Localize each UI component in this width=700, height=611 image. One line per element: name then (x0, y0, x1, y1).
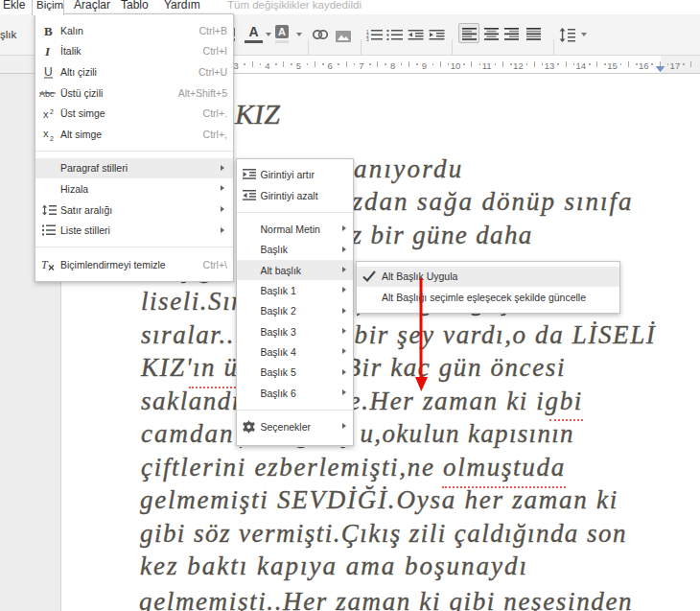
svg-text:T: T (41, 257, 49, 270)
svg-text:x: x (43, 108, 49, 120)
svg-text:U: U (44, 64, 53, 78)
svg-text:B: B (44, 23, 53, 37)
svg-text:I: I (44, 44, 51, 59)
svg-text:2: 2 (50, 134, 54, 141)
svg-text:x: x (43, 127, 49, 138)
svg-text:3: 3 (366, 37, 369, 41)
svg-text:2: 2 (50, 108, 54, 115)
